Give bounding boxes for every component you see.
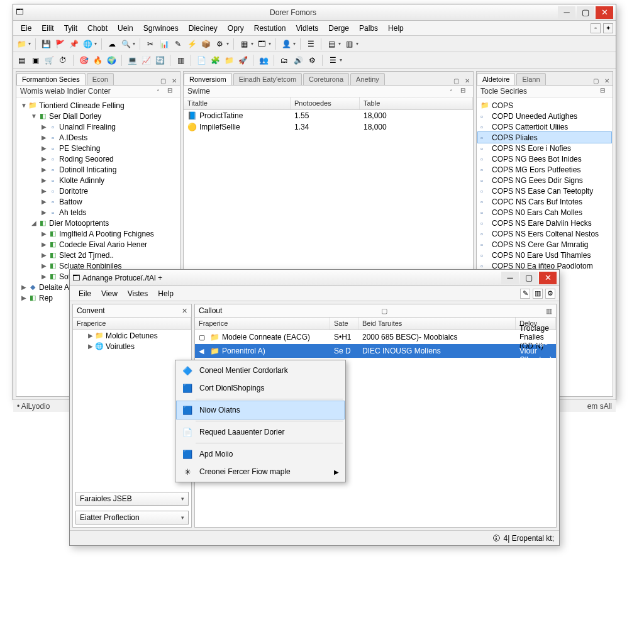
tree-item[interactable]: ▶▫Dotinoll Inticating: [18, 164, 179, 175]
tool2-c-icon[interactable]: 🛒: [43, 55, 55, 66]
tool-rows-icon[interactable]: ☰: [305, 38, 316, 50]
twist-icon[interactable]: ▶: [40, 166, 48, 173]
sub-col-b[interactable]: Sate: [330, 318, 358, 330]
sub-tree-item[interactable]: ▶🌐Voirutles: [73, 341, 191, 352]
list-item[interactable]: ▫COPD Uneeded Autighes: [478, 111, 611, 121]
sub-close-button[interactable]: ✕: [539, 272, 557, 284]
list-item[interactable]: ▫COPC NS Cars Buf Intotes: [478, 196, 611, 207]
grid-row[interactable]: 🟡ImpilefSellie1.3418,000: [184, 121, 473, 133]
menu-eie[interactable]: Eie: [16, 22, 36, 35]
tree-item[interactable]: ▶▫Battow: [18, 196, 179, 207]
tool-search-icon[interactable]: 🔍: [120, 38, 131, 50]
tool2-e-icon[interactable]: 🎯: [78, 55, 89, 66]
twist-icon[interactable]: ▶: [40, 145, 48, 152]
tool-box-icon[interactable]: 📦: [200, 38, 211, 50]
twist-icon[interactable]: ▼: [20, 102, 28, 109]
tool2-k-icon[interactable]: ▥: [175, 55, 186, 66]
tool2-l-icon[interactable]: 📄: [196, 55, 207, 66]
sub-tree[interactable]: ▶📁Moldic Detunes▶🌐Voirutles: [73, 330, 191, 489]
list-item[interactable]: ▫COPS NG Eees Ddir Signs: [478, 175, 611, 186]
sub-col-0[interactable]: Fraperice: [73, 318, 191, 330]
twist-icon[interactable]: ▶: [40, 155, 48, 162]
tool2-o-icon[interactable]: 🚀: [237, 55, 248, 66]
tool-user-icon[interactable]: 👤: [280, 38, 292, 50]
sub-menu-vistes[interactable]: Vistes: [123, 287, 153, 300]
tool-new-icon[interactable]: 📁: [16, 38, 27, 50]
list-item[interactable]: ▫COPS NS Ease Can Teetoplty: [478, 186, 611, 196]
tool2-f-icon[interactable]: 🔥: [92, 55, 103, 66]
right-sub-icon[interactable]: ⊟: [600, 87, 609, 96]
tool-chart-icon[interactable]: 📊: [158, 38, 170, 50]
tree-item[interactable]: ▶▫A.IDests: [18, 132, 179, 143]
menu-restution[interactable]: Restution: [249, 22, 291, 35]
sub-right-btn-a-icon[interactable]: ▢: [381, 307, 387, 315]
tool-more-icon[interactable]: ▥: [343, 38, 355, 50]
minimize-button[interactable]: ─: [558, 6, 575, 19]
tool2-i-icon[interactable]: 📈: [140, 55, 152, 66]
sub-col-a[interactable]: Fraperice: [195, 318, 330, 330]
sub-menu-btn-b-icon[interactable]: ▥: [533, 289, 543, 299]
sub-menu-btn-a-icon[interactable]: ✎: [520, 289, 530, 299]
list-item[interactable]: ▫COPS NS Eers Coltenal Nestos: [478, 228, 611, 239]
sub-row[interactable]: ▢📁Modeie Conneate (EACG)S•H12000 685 BES…: [195, 330, 556, 344]
twist-icon[interactable]: ▶: [40, 252, 48, 258]
mid-tab-3[interactable]: Anetiny: [350, 73, 385, 85]
twist-icon[interactable]: ▶: [40, 123, 48, 130]
mid-sub-b-icon[interactable]: ⊟: [460, 87, 469, 96]
twist-icon[interactable]: ▶: [40, 230, 48, 237]
list-item[interactable]: ▫COPS NG Bees Bot Inides: [478, 153, 611, 164]
twist-icon[interactable]: ▶: [40, 262, 48, 269]
list-item[interactable]: ▫COPS Cattertioit Uliies: [478, 121, 611, 132]
sub-btn-icon[interactable]: ▫: [157, 87, 166, 96]
tool2-s-icon[interactable]: ⚙: [306, 55, 318, 66]
tool2-a-icon[interactable]: ▤: [16, 55, 27, 66]
list-item[interactable]: ▫COPS N0 Eare Usd Tihamles: [478, 250, 611, 260]
tree-item[interactable]: ▶▫Roding Seoored: [18, 153, 179, 164]
tool-bolt-icon[interactable]: ⚡: [186, 38, 197, 50]
tool2-t-icon[interactable]: ☰: [327, 55, 338, 66]
panel-ctl-icon[interactable]: ▢: [158, 76, 167, 85]
tool2-r-icon[interactable]: 🔊: [292, 55, 304, 66]
right-ctl-icon[interactable]: ▢: [591, 76, 600, 85]
menu-uein[interactable]: Uein: [113, 22, 138, 35]
list-item[interactable]: 📁COPS: [478, 100, 611, 111]
tool2-p-icon[interactable]: 👥: [258, 55, 269, 66]
twist-icon[interactable]: ▶: [20, 284, 28, 291]
twist-icon[interactable]: ▶: [40, 198, 48, 205]
combo-2[interactable]: Eiatter Proflection▾: [75, 511, 189, 525]
sub-menu-view[interactable]: View: [96, 287, 123, 300]
mid-close-icon[interactable]: ✕: [463, 76, 472, 85]
menu-dieciney[interactable]: Dieciney: [184, 22, 223, 35]
tool-cloud-icon[interactable]: ☁: [106, 38, 118, 50]
list-item[interactable]: ▫COPS NS Cere Gar Mmratig: [478, 239, 611, 250]
menu-palbs[interactable]: Palbs: [354, 22, 383, 35]
maximize-button[interactable]: ▢: [577, 6, 594, 19]
menu-opry[interactable]: Opry: [223, 22, 249, 35]
right-close-icon[interactable]: ✕: [602, 76, 611, 85]
tool-grid-icon[interactable]: ▦: [238, 38, 250, 50]
tool-globe-icon[interactable]: 🌐: [82, 38, 93, 50]
panel-close-icon[interactable]: ✕: [170, 76, 179, 85]
tree-item[interactable]: ▶▫PE Sleching: [18, 143, 179, 153]
tree-item[interactable]: ▶◧Imglfield A Pooting Fchignes: [18, 228, 179, 239]
ctx-item[interactable]: 🟦Cort DionlShopings: [177, 379, 344, 397]
list-item[interactable]: ▫COPS Pliales: [478, 132, 611, 143]
tool-flag-icon[interactable]: 🚩: [54, 38, 65, 50]
sub-minimize-button[interactable]: ─: [501, 272, 519, 284]
mid-col-1[interactable]: Pnotooedes: [291, 97, 360, 109]
twist-icon[interactable]: ▶: [87, 343, 94, 350]
tree-item[interactable]: ▶▫Klolte Adinnly: [18, 175, 179, 186]
tool2-g-icon[interactable]: 🌍: [106, 55, 117, 66]
tool-filter-icon[interactable]: ✂: [145, 38, 156, 50]
mid-col-0[interactable]: Titaltle: [184, 97, 291, 109]
sub-menu-eile[interactable]: Eile: [74, 287, 96, 300]
menu-extra-2[interactable]: ✦: [603, 23, 613, 33]
mid-ctl-icon[interactable]: ▢: [452, 76, 460, 85]
tool2-m-icon[interactable]: 🧩: [209, 55, 221, 66]
tool2-j-icon[interactable]: 🔄: [154, 55, 165, 66]
context-menu[interactable]: 🔷Coneol Mentier Cordorlark🟦Cort DionlSho…: [175, 360, 346, 482]
mid-tab-0[interactable]: Ronversiom: [184, 73, 232, 85]
tool-window-icon[interactable]: 🗔: [256, 38, 267, 50]
menu-vidlets[interactable]: Vidlets: [291, 22, 324, 35]
tree-item[interactable]: ▼◧Ser Diall Dorley: [18, 111, 179, 121]
